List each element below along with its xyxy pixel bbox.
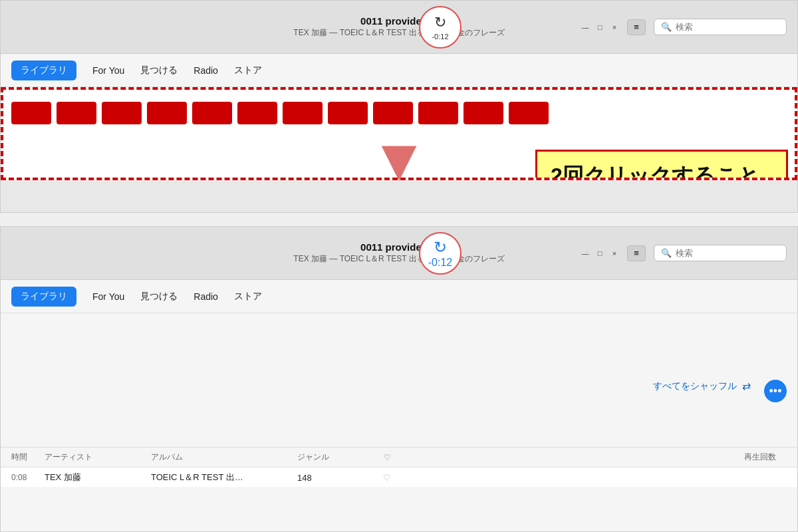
repeat-one-icon: ↻ [434,238,447,257]
top-nav-store[interactable]: ストア [234,65,262,76]
row-artist: TEX 加藤 [45,471,151,483]
bottom-minimize-button[interactable]: — [581,249,590,258]
annotation-line1: 2回クリックすることで [551,162,773,180]
red-block-3 [102,102,142,124]
top-repeat-button[interactable]: ↻ -0:12 [419,6,462,49]
top-title-right: — □ × ≡ 🔍 [581,19,787,35]
top-nav-foryou[interactable]: For You [92,65,124,76]
bottom-repeat-button[interactable]: ↻ -0:12 [419,232,462,275]
top-title-bar: 0011 provide ••• TEX 加藤 — TOEIC L＆R TEST… [1,1,797,54]
red-block-9 [373,102,413,124]
bottom-shuffle-label[interactable]: すべてをシャッフル [653,380,737,392]
col-genre: ジャンル [297,452,377,463]
row-heart[interactable]: ♡ [377,473,397,483]
top-song-title: 0011 provide ••• [293,15,504,27]
red-block-5 [192,102,232,124]
bottom-close-button[interactable]: × [610,249,619,258]
bottom-title-bar: 0011 provide ••• TEX 加藤 — TOEIC L＆R TEST… [1,227,797,280]
bottom-panel: 0011 provide ••• TEX 加藤 — TOEIC L＆R TEST… [0,226,798,532]
annotation-box: 2回クリックすることで 1曲リピートモードに [535,150,788,180]
top-nav-browse[interactable]: 見つける [140,65,178,76]
col-artist: アーティスト [45,452,151,463]
bottom-nav-store[interactable]: ストア [234,291,262,303]
red-block-8 [328,102,368,124]
maximize-button[interactable]: □ [595,23,604,32]
bottom-shuffle-area: すべてをシャッフル ⇄ [653,380,751,392]
red-block-1 [11,102,51,124]
bottom-nav-library[interactable]: ライブラリ [11,287,76,307]
bottom-title-right: — □ × ≡ 🔍 [581,245,787,261]
red-block-4 [147,102,187,124]
col-album: アルバム [151,452,297,463]
col-time: 時間 [11,452,45,463]
top-search-input[interactable] [676,22,779,32]
top-nav-radio[interactable]: Radio [194,65,218,76]
col-plays: 再生回数 [397,452,787,463]
top-list-button[interactable]: ≡ [627,19,646,35]
search-icon-top: 🔍 [661,22,672,32]
bottom-shuffle-icon[interactable]: ⇄ [742,380,751,392]
red-block-12 [509,102,549,124]
red-block-6 [237,102,277,124]
top-title-center: 0011 provide ••• TEX 加藤 — TOEIC L＆R TEST… [293,15,504,39]
repeat-icon-top: ↻ [434,14,446,31]
bottom-nav-bar: ライブラリ For You 見つける Radio ストア [1,280,797,313]
top-nav-bar: ライブラリ For You 見つける Radio ストア [1,54,797,87]
bottom-search-input[interactable] [676,248,779,258]
red-block-7 [283,102,323,124]
bottom-title-center: 0011 provide ••• TEX 加藤 — TOEIC L＆R TEST… [293,241,504,265]
bottom-nav-browse[interactable]: 見つける [140,291,178,303]
row-time: 0:08 [11,473,45,482]
row-album: TOEIC L＆R TEST 出… [151,471,297,483]
bottom-more-button[interactable]: ••• [764,380,787,402]
close-button[interactable]: × [610,23,619,32]
red-blocks-row [3,96,557,130]
col-heart: ♡ [377,453,397,462]
red-block-10 [418,102,458,124]
bottom-nav-radio[interactable]: Radio [194,291,218,302]
table-header: 時間 アーティスト アルバム ジャンル ♡ 再生回数 [1,447,797,467]
top-nav-library[interactable]: ライブラリ [11,61,76,80]
search-icon-bottom: 🔍 [661,248,672,258]
top-search-box[interactable]: 🔍 [654,19,787,35]
row-genre: 148 [297,473,377,483]
bottom-maximize-button[interactable]: □ [595,249,604,258]
red-block-11 [464,102,503,124]
bottom-song-title: 0011 provide ••• [293,241,504,253]
track-table: 時間 アーティスト アルバム ジャンル ♡ 再生回数 0:08 TEX 加藤 T… [1,447,797,488]
red-block-2 [57,102,96,124]
bottom-list-button[interactable]: ≡ [627,245,646,261]
minimize-button[interactable]: — [581,23,590,32]
bottom-content-area: すべてをシャッフル ⇄ ••• 時間 アーティスト アルバム ジャンル ♡ 再生… [1,313,797,488]
bottom-search-box[interactable]: 🔍 [654,245,787,261]
down-arrow: ▼ [369,130,428,190]
table-row[interactable]: 0:08 TEX 加藤 TOEIC L＆R TEST 出… 148 ♡ [1,467,797,488]
bottom-nav-foryou[interactable]: For You [92,291,124,302]
bottom-window-controls: — □ × [581,249,619,258]
top-window-controls: — □ × [581,23,619,32]
